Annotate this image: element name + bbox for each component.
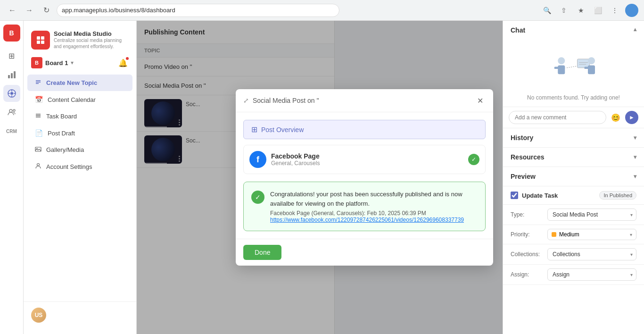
sidebar-app-icon-container <box>31 31 50 50</box>
sidebar-app-header: Social Media Studio Centralize social me… <box>24 26 136 53</box>
sidebar-item-label: Task Board <box>46 113 77 120</box>
svg-rect-14 <box>41 41 44 44</box>
modal-footer: Done <box>236 239 493 266</box>
svg-point-10 <box>13 109 15 111</box>
svg-rect-25 <box>558 66 565 75</box>
assign-field-label: Assign: <box>511 271 544 278</box>
priority-display[interactable]: Medium ▾ <box>547 229 636 240</box>
collections-field-label: Collections: <box>511 251 544 258</box>
preview-chevron-icon: ▾ <box>634 173 636 180</box>
post-overview-label: Post Overview <box>261 126 304 134</box>
profile-avatar[interactable] <box>625 4 638 17</box>
history-section: History ▾ <box>503 128 644 148</box>
sidebar-icon-analytics[interactable] <box>3 66 20 83</box>
assign-select-wrapper: Assign ▾ <box>547 268 636 281</box>
svg-line-28 <box>567 66 578 68</box>
comment-input[interactable] <box>509 111 606 124</box>
type-field-row: Type: Social Media Post ▾ <box>503 205 644 225</box>
modal-overlay: ⤢ Social Media Post on '' ✕ ⊞ Post Overv… <box>137 21 503 334</box>
collections-select[interactable]: Collections <box>547 248 636 260</box>
menu-icon[interactable]: ⋮ <box>608 4 621 17</box>
update-task-checkbox[interactable] <box>511 192 518 199</box>
account-settings-icon <box>35 163 41 171</box>
user-profile-area: US <box>24 301 136 328</box>
facebook-icon: f <box>249 151 266 168</box>
sidebar-item-label: Create New Topic <box>46 79 97 86</box>
app-logo[interactable]: B <box>3 25 20 42</box>
svg-rect-2 <box>14 71 16 78</box>
emoji-button[interactable]: 😊 <box>609 111 622 124</box>
modal-close-button[interactable]: ✕ <box>474 95 486 106</box>
svg-point-23 <box>37 164 40 166</box>
back-button[interactable]: ← <box>6 4 19 17</box>
gallery-icon <box>35 146 41 154</box>
preview-label: Preview <box>511 173 536 180</box>
type-select[interactable]: Social Media Post <box>547 209 636 221</box>
browser-icons: 🔍 ⇧ ★ ⬜ ⋮ <box>540 4 638 17</box>
update-task-badge: In Published <box>599 191 636 200</box>
notification-badge <box>125 56 130 61</box>
chat-section-header[interactable]: Chat ▾ <box>503 21 644 40</box>
address-bar[interactable]: app.manageplus.io/business/8/dashboard <box>57 4 339 17</box>
sidebar-item-label: Account Settings <box>46 163 92 170</box>
success-link[interactable]: https://www.facebook.com/122097287426225… <box>270 217 478 223</box>
success-content: Congratulations! your post has been succ… <box>270 190 478 223</box>
right-panel: Chat ▾ <box>503 21 644 334</box>
url-text: app.manageplus.io/business/8/dashboard <box>62 7 175 14</box>
sidebar-icon-people[interactable] <box>3 104 20 121</box>
type-select-wrapper: Social Media Post ▾ <box>547 209 636 221</box>
sidebar-item-label: Post Draft <box>48 130 75 137</box>
forward-button[interactable]: → <box>23 4 36 17</box>
board-chevron: ▾ <box>71 59 74 66</box>
sidebar-icon-grid[interactable]: ⊞ <box>3 47 20 64</box>
sidebar-icon-crm[interactable]: CRM <box>3 123 20 140</box>
chat-illustration <box>503 40 644 92</box>
svg-rect-34 <box>584 67 588 69</box>
modal-title-area: ⤢ Social Media Post on '' <box>243 97 319 104</box>
priority-arrow: ▾ <box>630 232 632 237</box>
share-icon[interactable]: ⇧ <box>557 4 570 17</box>
resources-section-header[interactable]: Resources ▾ <box>503 148 644 167</box>
svg-rect-27 <box>561 67 565 69</box>
sidebar-icon-apps[interactable] <box>3 85 20 102</box>
sidebar-item-account-settings[interactable]: Account Settings <box>27 159 132 175</box>
notification-area: 🔔 <box>117 57 129 68</box>
sidebar-item-calendar[interactable]: 📅 Content Calendar <box>27 92 132 108</box>
history-chevron-icon: ▾ <box>634 134 636 141</box>
svg-rect-29 <box>577 59 589 68</box>
window-icon[interactable]: ⬜ <box>591 4 604 17</box>
sidebar-item-taskboard[interactable]: Task Board <box>27 108 132 125</box>
assign-field-row: Assign: Assign ▾ <box>503 265 644 285</box>
chat-section: Chat ▾ <box>503 21 644 128</box>
history-section-header[interactable]: History ▾ <box>503 128 644 147</box>
refresh-button[interactable]: ↻ <box>40 4 53 17</box>
sidebar-item-label: Content Calendar <box>48 96 96 103</box>
facebook-page-card: f Facebook Page General, Carousels ✓ <box>243 145 486 174</box>
sidebar-item-create-topic[interactable]: Create New Topic <box>27 75 132 91</box>
preview-section-header[interactable]: Preview ▾ <box>503 167 644 186</box>
preview-section: Preview ▾ <box>503 167 644 186</box>
post-overview-button[interactable]: ⊞ Post Overview <box>243 120 486 139</box>
priority-value: Medium <box>559 231 628 238</box>
svg-rect-13 <box>37 41 40 44</box>
main-content: Publishing Content TOPIC Promo Video on … <box>137 21 503 334</box>
left-sidebar: Social Media Studio Centralize social me… <box>24 21 137 334</box>
svg-point-9 <box>9 109 12 112</box>
assign-select[interactable]: Assign <box>547 268 636 281</box>
modal-header: ⤢ Social Media Post on '' ✕ <box>236 89 493 112</box>
bookmark-icon[interactable]: ★ <box>574 4 587 17</box>
send-button[interactable]: ► <box>625 111 638 124</box>
create-topic-icon <box>35 79 41 87</box>
priority-select-wrapper: Medium ▾ <box>547 229 636 240</box>
expand-icon[interactable]: ⤢ <box>243 97 249 104</box>
svg-rect-35 <box>591 67 595 69</box>
sidebar-item-gallery[interactable]: Gallery/Media <box>27 142 132 158</box>
board-selector[interactable]: B Board 1 ▾ 🔔 <box>24 55 136 72</box>
done-button[interactable]: Done <box>243 245 281 260</box>
priority-field-label: Priority: <box>511 231 544 238</box>
user-avatar: US <box>31 308 46 323</box>
sidebar-item-postdraft[interactable]: 📄 Post Draft <box>27 125 132 141</box>
search-icon[interactable]: 🔍 <box>540 4 553 17</box>
modal-body: ⊞ Post Overview f Facebook Page General,… <box>236 112 493 239</box>
svg-rect-12 <box>41 36 44 40</box>
